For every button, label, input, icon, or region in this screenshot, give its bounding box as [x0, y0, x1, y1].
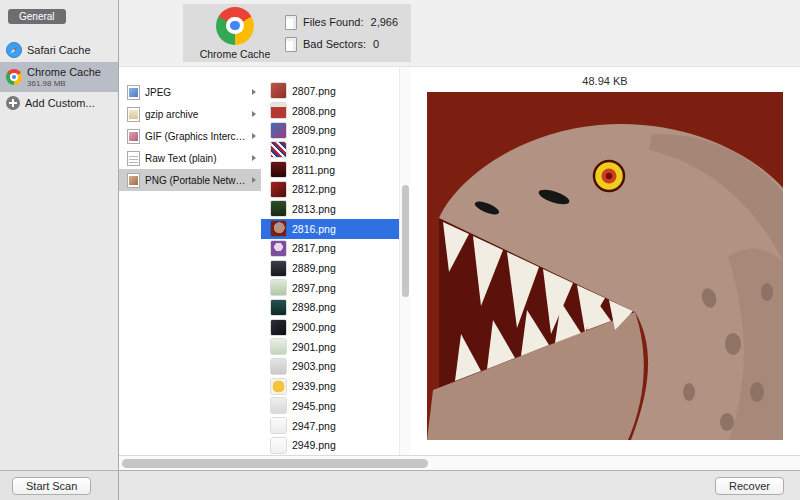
sidebar-item-safari-cache[interactable]: Safari Cache — [0, 38, 118, 62]
file-row[interactable]: 2947.png — [261, 416, 399, 436]
file-list-scrollbar[interactable] — [399, 67, 410, 455]
file-thumbnail — [271, 123, 286, 138]
file-thumbnail — [271, 103, 286, 118]
file-row[interactable]: 2807.png — [261, 81, 399, 101]
file-name: 2808.png — [292, 105, 336, 117]
sidebar-item-add-custom[interactable]: Add Custom... — [0, 92, 118, 114]
file-row[interactable]: 2903.png — [261, 357, 399, 377]
file-thumbnail — [271, 418, 286, 433]
file-row[interactable]: 2901.png — [261, 337, 399, 357]
filetype-label: GIF (Graphics Interchange Format) — [145, 131, 247, 142]
file-thumbnail — [271, 261, 286, 276]
scrollbar-thumb[interactable] — [122, 459, 428, 468]
file-thumbnail — [271, 241, 286, 256]
file-type-chip — [129, 176, 138, 185]
filetype-row[interactable]: GIF (Graphics Interchange Format) — [119, 125, 261, 147]
file-thumbnail — [271, 142, 286, 157]
file-row[interactable]: 2949.png — [261, 435, 399, 455]
disclosure-icon — [252, 133, 256, 139]
file-type-icon — [127, 129, 140, 144]
filetype-row[interactable]: gzip archive — [119, 103, 261, 125]
document-icon — [285, 37, 297, 52]
file-row[interactable]: 2811.png — [261, 160, 399, 180]
files-found-stat: Files Found: 2,966 — [285, 15, 398, 30]
file-row[interactable]: 2898.png — [261, 298, 399, 318]
file-name: 2809.png — [292, 124, 336, 136]
file-row[interactable]: 2808.png — [261, 101, 399, 121]
bad-sectors-value: 0 — [373, 38, 379, 50]
filetype-label: gzip archive — [145, 109, 247, 120]
scrollbar-thumb[interactable] — [402, 185, 409, 297]
file-thumbnail — [271, 379, 286, 394]
disclosure-icon — [252, 155, 256, 161]
disclosure-icon — [252, 89, 256, 95]
file-thumbnail — [271, 300, 286, 315]
file-name: 2949.png — [292, 439, 336, 451]
file-size-label: 48.94 KB — [582, 75, 627, 87]
chrome-icon — [216, 7, 254, 45]
header: Chrome Cache Files Found: 2,966 Bad Sect… — [119, 0, 800, 66]
scan-summary-panel: Chrome Cache Files Found: 2,966 Bad Sect… — [183, 4, 411, 62]
file-row[interactable]: 2900.png — [261, 317, 399, 337]
file-row[interactable]: 2897.png — [261, 278, 399, 298]
sidebar-footer: Start Scan — [0, 470, 118, 500]
start-scan-button[interactable]: Start Scan — [12, 477, 91, 495]
filetype-row[interactable]: PNG (Portable Network Graphics) — [119, 169, 261, 191]
file-thumbnail — [271, 201, 286, 216]
file-name: 2901.png — [292, 341, 336, 353]
trex-illustration — [427, 92, 783, 440]
filetype-label: Raw Text (plain) — [145, 153, 247, 164]
file-name: 2889.png — [292, 262, 336, 274]
file-list: 2807.png 2808.png 2809.png 2810. — [261, 67, 399, 455]
file-row[interactable]: 2816.png — [261, 219, 399, 239]
file-type-chip — [129, 110, 138, 119]
sidebar-item-label: Chrome Cache — [27, 66, 101, 79]
files-found-label: Files Found: — [303, 16, 364, 28]
file-name: 2816.png — [292, 223, 336, 235]
file-row[interactable]: 2813.png — [261, 199, 399, 219]
recover-button[interactable]: Recover — [715, 477, 784, 495]
file-row[interactable]: 2889.png — [261, 258, 399, 278]
document-icon — [285, 15, 297, 30]
file-row[interactable]: 2945.png — [261, 396, 399, 416]
horizontal-scrollbar[interactable] — [119, 455, 800, 470]
file-row[interactable]: 2817.png — [261, 239, 399, 259]
file-name: 2807.png — [292, 85, 336, 97]
file-name: 2900.png — [292, 321, 336, 333]
file-browser: JPEG gzip archive — [119, 66, 800, 455]
main-content: Chrome Cache Files Found: 2,966 Bad Sect… — [119, 0, 800, 500]
app-window: General Safari Cache Chrome Cache 361.98… — [0, 0, 800, 500]
file-type-icon — [127, 173, 140, 188]
file-thumbnail — [271, 162, 286, 177]
file-name: 2945.png — [292, 400, 336, 412]
safari-icon — [6, 42, 22, 58]
source-name: Chrome Cache — [200, 48, 271, 60]
file-name: 2939.png — [292, 380, 336, 392]
filetype-row[interactable]: JPEG — [119, 81, 261, 103]
file-thumbnail — [271, 339, 286, 354]
file-type-icon — [127, 107, 140, 122]
tab-general[interactable]: General — [8, 9, 66, 24]
file-thumbnail — [271, 182, 286, 197]
file-name: 2897.png — [292, 282, 336, 294]
file-row[interactable]: 2810.png — [261, 140, 399, 160]
file-row[interactable]: 2809.png — [261, 120, 399, 140]
file-name: 2810.png — [292, 144, 336, 156]
scan-source: Chrome Cache — [193, 7, 277, 60]
plus-icon — [6, 96, 20, 110]
file-row[interactable]: 2939.png — [261, 376, 399, 396]
file-name: 2813.png — [292, 203, 336, 215]
preview-pane: 48.94 KB — [410, 67, 800, 455]
sidebar-item-chrome-cache[interactable]: Chrome Cache 361.98 MB — [0, 62, 118, 92]
file-row[interactable]: 2812.png — [261, 179, 399, 199]
file-type-icon — [127, 151, 140, 166]
filetype-row[interactable]: Raw Text (plain) — [119, 147, 261, 169]
file-name: 2811.png — [292, 164, 335, 176]
file-name: 2812.png — [292, 183, 336, 195]
scan-stats: Files Found: 2,966 Bad Sectors: 0 — [285, 15, 398, 52]
sidebar-item-size: 361.98 MB — [27, 79, 101, 88]
bad-sectors-stat: Bad Sectors: 0 — [285, 37, 398, 52]
file-name: 2817.png — [292, 242, 336, 254]
sidebar-source-list: Safari Cache Chrome Cache 361.98 MB Add … — [0, 30, 118, 470]
file-name: 2947.png — [292, 420, 336, 432]
